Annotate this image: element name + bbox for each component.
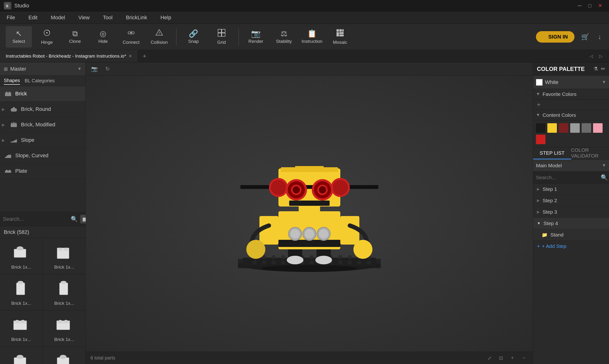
user-button[interactable]: ↓ xyxy=(596,31,603,43)
tool-connect[interactable]: Connect xyxy=(118,26,144,48)
color-black[interactable] xyxy=(536,123,545,133)
category-brick[interactable]: Brick xyxy=(0,86,85,102)
tool-hinge[interactable]: Hinge xyxy=(34,26,60,48)
category-slope[interactable]: ▶ Slope xyxy=(0,132,85,148)
tab-close-button[interactable]: ✕ xyxy=(129,53,132,59)
color-dark-red[interactable] xyxy=(559,123,568,133)
category-plate-label: Plate xyxy=(15,168,27,174)
stand-item[interactable]: 📁 Stand xyxy=(533,229,609,241)
tool-grid[interactable]: Grid xyxy=(209,26,235,48)
menu-file[interactable]: File xyxy=(5,13,17,22)
menu-model[interactable]: Model xyxy=(49,13,67,22)
color-dark-gray[interactable] xyxy=(582,123,591,133)
category-plate[interactable]: Plate xyxy=(0,163,85,179)
svg-point-109 xyxy=(353,240,372,259)
category-brick-round[interactable]: ▶ Brick, Round xyxy=(0,102,85,117)
rotate-button[interactable]: ↻ xyxy=(103,64,112,74)
step-2-item[interactable]: ▶ Step 2 xyxy=(533,195,609,206)
part-item[interactable]: Brick 1x... xyxy=(43,347,86,364)
tool-snap[interactable]: 🔗 Snap xyxy=(180,26,207,48)
mosaic-label: Mosaic xyxy=(333,40,347,45)
close-button[interactable]: ✕ xyxy=(595,2,605,10)
canvas-toolbar: 📷 ↻ xyxy=(86,62,533,76)
cart-button[interactable]: 🛒 xyxy=(579,31,591,43)
svg-text:!: ! xyxy=(159,31,160,35)
part-item[interactable]: Brick 1x... xyxy=(0,274,43,310)
edit-palette-button[interactable]: ✏ xyxy=(601,66,605,72)
tool-instruction[interactable]: 📋 Instruction xyxy=(299,26,325,48)
svg-rect-26 xyxy=(11,123,13,124)
maximize-button[interactable]: □ xyxy=(585,2,594,10)
model-dropdown-chevron-icon: ▼ xyxy=(602,163,606,168)
add-step-button[interactable]: + + Add Step xyxy=(533,241,609,252)
part-label: Brick 1x... xyxy=(54,301,74,306)
menu-edit[interactable]: Edit xyxy=(26,13,39,22)
fullscreen-button[interactable]: ⤢ xyxy=(485,354,494,362)
svg-rect-28 xyxy=(13,122,14,124)
part-item[interactable]: Brick 1x... xyxy=(43,274,86,310)
tool-mosaic[interactable]: Mosaic xyxy=(327,26,353,48)
tool-select[interactable]: ↖ Select xyxy=(6,26,32,48)
camera-button[interactable]: 📷 xyxy=(90,64,99,74)
part-item[interactable]: Brick 1x... xyxy=(0,347,43,364)
tab-prev-button[interactable]: ◁ xyxy=(587,52,596,60)
category-slope-curved[interactable]: Slope, Curved xyxy=(0,148,85,163)
add-tab-button[interactable]: + xyxy=(138,50,151,62)
tab-color-validator[interactable]: COLOR VALIDATOR xyxy=(571,147,609,159)
zoom-out-button[interactable]: − xyxy=(519,354,528,362)
step-1-item[interactable]: ▶ Step 1 xyxy=(533,183,609,195)
color-validator-tab-label: COLOR VALIDATOR xyxy=(571,147,609,159)
tool-clone[interactable]: ⧉ Clone xyxy=(62,26,88,48)
sign-in-button[interactable]: ● SIGN IN xyxy=(536,31,574,43)
category-brick-modified-label: Brick, Modified xyxy=(21,122,55,128)
color-selector[interactable]: White ▼ xyxy=(533,76,609,89)
part-item[interactable]: Brick 1x... xyxy=(0,238,43,274)
menu-tool[interactable]: Tool xyxy=(101,13,115,22)
shapes-tab-bl-categories[interactable]: BL Categories xyxy=(25,77,55,84)
filter-icon[interactable]: ⚗ xyxy=(593,66,598,72)
svg-point-59 xyxy=(60,355,66,358)
tool-hide[interactable]: ◎ Hide xyxy=(90,26,116,48)
tab-step-list[interactable]: STEP LIST xyxy=(533,147,571,159)
tab-bar: Instructables Robot - Brickheadz - Insta… xyxy=(0,50,609,62)
menu-help[interactable]: Help xyxy=(159,13,173,22)
tool-stability[interactable]: ⚖ Stability xyxy=(271,26,297,48)
search-input[interactable] xyxy=(3,216,68,222)
collision-icon: ! xyxy=(155,28,163,38)
master-dropdown[interactable]: ⊞ Master ▼ xyxy=(0,62,85,76)
color-light-gray[interactable] xyxy=(570,123,580,133)
step-search-input[interactable] xyxy=(536,175,598,180)
step-3-item[interactable]: ▶ Step 3 xyxy=(533,206,609,218)
menu-view[interactable]: View xyxy=(76,13,91,22)
shapes-tab-shapes[interactable]: Shapes xyxy=(4,77,20,85)
part-item[interactable]: Brick 1x... xyxy=(43,238,86,274)
add-favorite-button[interactable]: + xyxy=(537,101,541,108)
svg-point-41 xyxy=(64,248,68,250)
svg-point-48 xyxy=(15,320,19,322)
robot-illustration xyxy=(226,130,393,297)
category-brick-modified[interactable]: ▶ Brick, Modified xyxy=(0,117,85,132)
part-item[interactable]: Brick 1x... xyxy=(43,311,86,346)
favorite-colors-header[interactable]: ▼ Favorite Colors xyxy=(533,89,609,99)
canvas[interactable] xyxy=(86,76,533,352)
model-dropdown[interactable]: Main Model ▼ xyxy=(533,160,609,171)
color-red[interactable] xyxy=(536,135,545,144)
color-palette-header: COLOR PALETTE ⚗ ✏ xyxy=(533,62,609,76)
tab-next-button[interactable]: ▷ xyxy=(597,52,605,60)
tool-render[interactable]: 📷 Render xyxy=(243,26,269,48)
tool-collision[interactable]: ! Collision xyxy=(146,26,172,48)
hinge-icon xyxy=(43,28,51,38)
color-pink[interactable] xyxy=(593,123,603,133)
fit-button[interactable]: ⊡ xyxy=(497,354,505,362)
minimize-button[interactable]: ─ xyxy=(575,2,584,10)
step-4-item[interactable]: ▼ Step 4 xyxy=(533,218,609,229)
color-yellow[interactable] xyxy=(547,123,557,133)
part-item[interactable]: Brick 1x... xyxy=(0,311,43,346)
part-brick-flat-icon xyxy=(55,315,74,335)
menu-bricklink[interactable]: BrickLink xyxy=(124,13,149,22)
zoom-in-button[interactable]: + xyxy=(508,354,517,362)
main-tab[interactable]: Instructables Robot - Brickheadz - Insta… xyxy=(0,50,138,62)
svg-rect-27 xyxy=(15,123,16,124)
coin-icon: ● xyxy=(543,34,546,40)
content-colors-header[interactable]: ▼ Content Colors xyxy=(533,110,609,120)
